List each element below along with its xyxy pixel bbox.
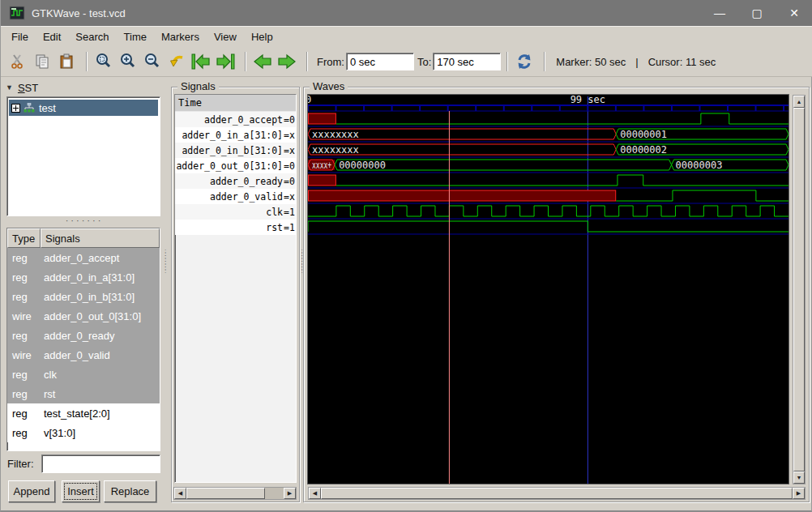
toolbar-separator [306,52,308,71]
zoom-out-button[interactable] [142,50,163,73]
menu-file[interactable]: File [4,28,36,45]
table-row[interactable]: regclk [7,365,160,384]
svg-text:xxxxxxxx: xxxxxxxx [312,129,359,140]
insert-button[interactable]: Insert [62,480,100,502]
cell-signal-name: v[31:0] [41,427,160,439]
cell-signal-name: adder_0_ready [41,330,160,342]
to-input[interactable] [433,53,501,70]
menu-view[interactable]: View [207,28,244,45]
time-header[interactable]: Time [175,95,296,112]
menu-time[interactable]: Time [117,28,154,45]
signal-row[interactable]: clk=1 [175,204,296,220]
column-header-type[interactable]: Type [7,228,41,248]
fetch-right-button[interactable] [276,50,297,73]
readout-divider: | [635,56,638,68]
scrollbar-thumb[interactable] [321,488,793,499]
zoom-undo-button[interactable] [166,50,187,73]
vertical-splitter-handle[interactable]: ······· [48,215,121,225]
reload-button[interactable] [514,50,535,73]
menu-help[interactable]: Help [244,28,280,45]
scroll-right-icon[interactable]: ▶ [284,488,296,499]
wave-canvas[interactable]: 099 secxxxxxxxx00000001xxxxxxxx00000002x… [307,94,789,484]
tree-expand-icon[interactable] [11,104,20,113]
toolbar: From: To: Marker: 50 sec | Cursor: 11 se… [1,47,812,77]
signal-value: =x [284,130,295,141]
svg-text:99 sec: 99 sec [571,95,605,105]
table-row[interactable]: wireadder_0_valid [7,345,160,365]
table-row[interactable]: regv[31:0] [7,423,160,442]
pane-grip-left[interactable]: :::::::: [164,250,167,272]
title-bar[interactable]: GTKWave - test.vcd — ▢ ✕ [1,0,812,26]
sst-tree[interactable]: test [6,96,160,216]
gtkwave-window: GTKWave - test.vcd — ▢ ✕ FileEditSearchT… [0,0,812,512]
waveform-display[interactable]: 099 secxxxxxxxx00000001xxxxxxxx00000002x… [308,95,788,484]
signal-row[interactable]: adder_0_ready=0 [175,173,296,189]
svg-text:00000001: 00000001 [620,129,667,140]
zoom-to-end-button[interactable] [215,50,236,73]
signal-value: =x [284,145,295,156]
cell-type: reg [7,388,41,400]
menu-bar: FileEditSearchTimeMarkersViewHelp [1,26,812,47]
paste-button[interactable] [56,50,77,73]
signal-row[interactable]: adder_0_accept=0 [175,112,296,127]
signal-row[interactable]: adder_0_valid=x [175,189,296,204]
minimize-button[interactable]: — [701,0,738,26]
left-arrow-icon [253,53,272,70]
table-row[interactable]: wireadder_0_out_0[31:0] [7,306,160,326]
table-row[interactable]: regadder_0_in_a[31:0] [7,267,160,287]
table-row[interactable]: regadder_0_in_b[31:0] [7,287,160,306]
cut-button[interactable] [7,50,28,73]
from-input[interactable] [346,53,414,70]
menu-markers[interactable]: Markers [154,28,207,45]
signal-row[interactable]: adder_0_out_0[31:0]=0 [175,158,296,173]
sst-expander[interactable]: ▼ SST [6,80,38,95]
signal-row[interactable]: adder_0_in_b[31:0]=x [175,143,296,158]
cell-signal-name: adder_0_accept [41,252,160,264]
menu-edit[interactable]: Edit [36,28,68,45]
scroll-left-icon[interactable]: ◀ [309,488,321,499]
scroll-down-icon[interactable]: ▼ [793,471,805,484]
svg-text:xxxx+: xxxx+ [312,160,331,171]
zoom-in-icon [119,53,137,70]
maximize-button[interactable]: ▢ [738,0,776,26]
paste-icon [58,53,75,70]
table-row[interactable]: regrst [7,384,160,403]
cell-type: wire [7,349,41,361]
cell-signal-name: adder_0_in_b[31:0] [41,291,160,303]
append-button[interactable]: Append [8,480,55,502]
toolbar-separator [86,52,88,71]
signal-value: =1 [284,207,295,218]
signal-row[interactable]: adder_0_in_a[31:0]=x [175,127,296,143]
table-row[interactable]: regadder_0_accept [7,248,160,267]
close-button[interactable]: ✕ [776,0,812,26]
tree-node-test[interactable]: test [9,100,158,116]
copy-button[interactable] [32,50,53,73]
signal-value: =0 [284,160,295,172]
scroll-left-icon[interactable]: ◀ [174,488,186,499]
filter-input[interactable] [41,454,160,473]
tree-node-label: test [39,102,56,114]
scroll-up-icon[interactable]: ▲ [793,96,805,108]
column-header-signals[interactable]: Signals [41,228,160,248]
table-row[interactable]: regtest_state[2:0] [7,403,160,423]
signal-type-table: Type Signals regadder_0_acceptregadder_0… [6,228,160,451]
signal-row[interactable]: rst=1 [175,220,296,235]
table-row[interactable]: regadder_0_ready [7,326,160,345]
fetch-left-button[interactable] [252,50,273,73]
scroll-right-icon[interactable]: ▶ [793,488,805,499]
signals-horizontal-scrollbar[interactable]: ◀ ▶ [173,487,297,500]
zoom-in-button[interactable] [118,50,139,73]
zoom-to-start-button[interactable] [190,50,212,73]
signal-value: =1 [284,222,295,233]
scrollbar-thumb[interactable] [186,488,265,499]
waves-horizontal-scrollbar[interactable]: ◀ ▶ [308,487,806,500]
waves-vertical-scrollbar[interactable]: ▲ ▼ [793,95,806,484]
replace-button[interactable]: Replace [104,480,156,502]
signal-name: adder_0_valid [210,191,283,203]
menu-search[interactable]: Search [68,28,116,45]
to-label: To: [417,56,431,68]
scrollbar-thumb[interactable] [793,108,805,471]
zoom-fit-button[interactable] [93,50,114,73]
signal-name-list[interactable]: Time adder_0_accept=0adder_0_in_a[31:0]=… [174,94,297,483]
cell-type: reg [7,427,41,439]
